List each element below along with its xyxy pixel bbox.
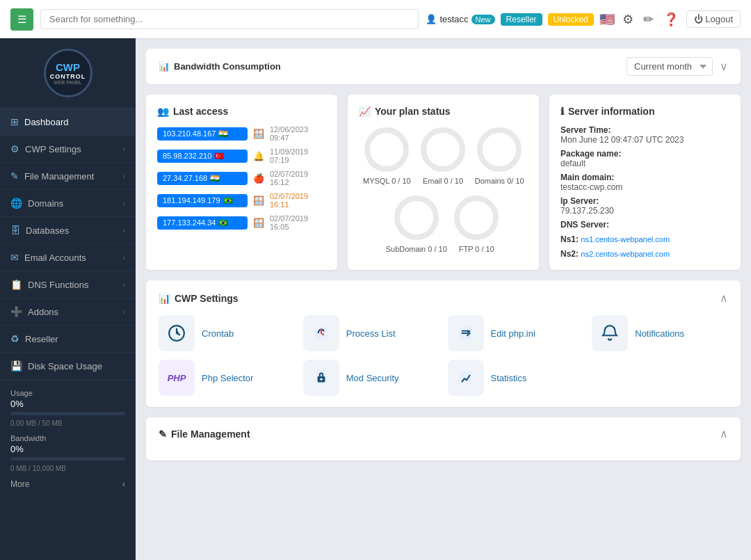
subdomain-donut: SubDomain 0 / 10 (386, 193, 447, 253)
logo-cwp-text: CWP (56, 61, 80, 73)
menu-toggle-button[interactable]: ☰ (10, 8, 33, 31)
hamburger-icon: ☰ (17, 13, 26, 25)
file-mgmt-icon: ✎ (159, 429, 167, 440)
user-info: 👤 testacc New (426, 14, 494, 24)
ip-badge[interactable]: 177.133.244.34 🇧🇷 (157, 216, 248, 230)
process-list-icon-box (303, 315, 339, 351)
ip-text: 177.133.244.34 (163, 218, 216, 227)
edit-icon[interactable]: ✏ (641, 10, 656, 29)
chevron-icon: › (123, 281, 125, 289)
ip-server-row: Ip Server: 79.137.25.230 (560, 196, 729, 216)
bandwidth-section: 📊 Bandwidth Consumption Current month La… (146, 49, 741, 84)
os-apple-icon: 🍎 (253, 173, 264, 184)
collapse-bandwidth-button[interactable]: ∨ (720, 60, 728, 73)
more-chevron-icon: ‹ (122, 479, 125, 489)
sidebar-label-dns-functions: DNS Functions (28, 280, 88, 290)
edit-phpini-item[interactable]: Edit php.ini (448, 315, 584, 351)
main-layout: CWP CONTROL WEB PANEL ⊞ Dashboard ⚙ CWP … (0, 38, 751, 560)
ip-badge[interactable]: 103.210.48.167 🇮🇳 (157, 127, 248, 141)
php-selector-item[interactable]: PHP Php Selector (159, 360, 295, 396)
usage-progress-bg (10, 412, 125, 415)
month-select[interactable]: Current month Last month Last 3 months (627, 57, 713, 76)
domains-icon: 🌐 (10, 198, 22, 209)
access-item: 103.210.48.167 🇮🇳 🪟 12/06/2023 09:47 (157, 125, 326, 142)
server-info-list: Server Time: Mon June 12 09:47:07 UTC 20… (560, 125, 729, 259)
logout-button[interactable]: ⏻ Logout (686, 10, 741, 28)
bandwidth-title: 📊 Bandwidth Consumption (159, 61, 281, 72)
mysql-label: MYSQL 0 / 10 (362, 177, 411, 185)
sidebar-item-addons[interactable]: ➕ Addons › (0, 298, 136, 326)
sidebar-item-email-accounts[interactable]: ✉ Email Accounts › (0, 244, 136, 271)
edit-phpini-icon-box (448, 315, 484, 351)
language-flag[interactable]: 🇺🇸 (599, 12, 615, 27)
ip-badge[interactable]: 27.34.27.168 🇮🇳 (157, 172, 248, 185)
process-list-label: Process List (346, 328, 396, 339)
bandwidth-detail: 0 MB / 10,000 MB (10, 465, 125, 472)
svg-point-0 (367, 130, 406, 169)
crontab-label: Crontab (202, 328, 234, 339)
sidebar-item-dashboard[interactable]: ⊞ Dashboard (0, 109, 136, 136)
search-input[interactable] (40, 9, 419, 29)
flag-br-icon: 🇧🇷 (223, 196, 233, 205)
os-windows2-icon: 🪟 (253, 195, 264, 206)
notifications-icon-box (592, 315, 628, 351)
access-item: 181.194.149.179 🇧🇷 🪟 02/07/2019 16:11 (157, 192, 326, 209)
statistics-item[interactable]: Statistics (448, 360, 584, 396)
notifications-item[interactable]: Notifications (592, 315, 728, 351)
ip-badge[interactable]: 181.194.149.179 🇧🇷 (157, 194, 248, 207)
server-time-row: Server Time: Mon June 12 09:47:07 UTC 20… (560, 125, 729, 145)
server-info-icon: ℹ (560, 106, 564, 117)
sidebar-label-addons: Addons (28, 307, 58, 317)
sidebar-item-disk-space[interactable]: 💾 Disk Space Usage (0, 353, 136, 380)
collapse-file-mgmt-button[interactable]: ∧ (720, 427, 728, 440)
help-icon[interactable]: ❓ (661, 10, 681, 29)
access-list: 103.210.48.167 🇮🇳 🪟 12/06/2023 09:47 85.… (157, 125, 326, 231)
unlocked-badge: Unlocked (548, 13, 594, 26)
last-access-title: Last access (173, 106, 228, 117)
dns-server-row: DNS Server: (560, 220, 729, 230)
sidebar-item-file-management[interactable]: ✎ File Management › (0, 163, 136, 190)
sidebar-item-domains[interactable]: 🌐 Domains › (0, 190, 136, 217)
cwp-settings-header-icon: 📊 (159, 293, 170, 304)
sidebar-label-dashboard: Dashboard (24, 117, 69, 127)
plan-status-title: Your plan status (375, 106, 451, 117)
ip-text: 27.34.27.168 (163, 174, 207, 182)
email-label: Email 0 / 10 (419, 177, 467, 185)
sidebar-item-dns-functions[interactable]: 📋 DNS Functions › (0, 271, 136, 298)
collapse-cwp-button[interactable]: ∧ (720, 291, 728, 305)
access-item: 27.34.27.168 🇮🇳 🍎 02/07/2019 16:12 (157, 170, 326, 186)
more-label: More (10, 479, 29, 489)
sidebar-item-cwp-settings[interactable]: ⚙ CWP Settings › (0, 136, 136, 163)
mysql-donut: MYSQL 0 / 10 (362, 125, 411, 185)
email-icon: ✉ (10, 252, 19, 263)
settings-icon[interactable]: ⚙ (620, 10, 636, 29)
statistics-label: Statistics (491, 373, 527, 383)
ip-badge[interactable]: 85.98.232.210 🇹🇷 (157, 150, 248, 163)
topbar-right: 👤 testacc New Reseller Unlocked 🇺🇸 ⚙ ✏ ❓… (426, 10, 741, 29)
process-list-item[interactable]: Process List (303, 315, 439, 351)
sidebar-label-file-management: File Management (24, 171, 94, 182)
file-mgmt-header: ✎ File Management ∧ (159, 427, 728, 440)
server-info-card: ℹ Server information Server Time: Mon Ju… (549, 95, 741, 270)
svg-point-15 (320, 378, 322, 381)
mod-security-item[interactable]: Mod Security (303, 360, 439, 396)
crontab-item[interactable]: Crontab (159, 315, 295, 351)
main-content: 📊 Bandwidth Consumption Current month La… (136, 38, 751, 560)
mod-security-icon-box (303, 360, 339, 396)
cwp-settings-title: CWP Settings (175, 293, 239, 304)
username-label: testacc (439, 14, 468, 24)
sidebar-item-reseller[interactable]: ♻ Reseller (0, 326, 136, 353)
ns1-link[interactable]: ns1.centos-webpanel.com (581, 235, 670, 243)
sidebar-footer: Usage 0% 0.00 MB / 50 MB Bandwidth 0% 0 … (0, 380, 136, 497)
notifications-label: Notifications (635, 328, 684, 339)
ns2-link[interactable]: ns2.centos-webpanel.com (581, 250, 670, 258)
sidebar-item-databases[interactable]: 🗄 Databases › (0, 217, 136, 244)
plan-status-icon: 📈 (359, 106, 371, 117)
sidebar-label-reseller: Reseller (25, 334, 58, 344)
more-button[interactable]: More ‹ (10, 479, 125, 489)
sidebar-label-cwp-settings: CWP Settings (25, 144, 81, 154)
svg-rect-16 (459, 371, 473, 385)
reseller-badge: Reseller (501, 13, 542, 26)
addons-icon: ➕ (10, 306, 22, 317)
new-badge: New (471, 15, 495, 24)
